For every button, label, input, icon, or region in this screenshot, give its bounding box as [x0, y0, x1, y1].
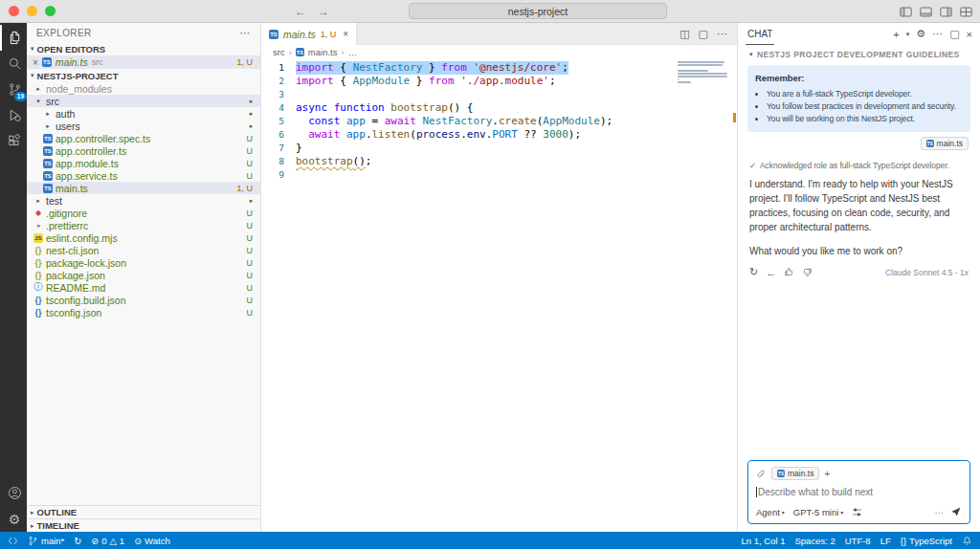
workbench: 19 ⚙ EXPLORER ⋯ ▾ OPEN EDITORS × TS main…: [0, 23, 980, 532]
breadcrumb-symbol[interactable]: …: [348, 47, 358, 57]
split-editor-icon[interactable]: ◫: [679, 28, 689, 40]
tree-item-package.json[interactable]: {}package.jsonU: [27, 269, 260, 281]
tree-item-app.service.ts[interactable]: TSapp.service.tsU: [27, 169, 260, 182]
close-tab-icon[interactable]: ×: [343, 29, 348, 39]
tree-item-tsconfig.build.json[interactable]: {}tsconfig.build.jsonU: [27, 294, 260, 306]
toggle-sidebar-icon[interactable]: [900, 7, 912, 17]
tree-item-.gitignore[interactable]: ◆.gitignoreU: [27, 207, 260, 219]
tree-item-README.md[interactable]: ⓘREADME.mdU: [27, 281, 260, 294]
tree-item-app.controller.ts[interactable]: TSapp.controller.tsU: [27, 144, 260, 157]
close-panel-icon[interactable]: ×: [967, 29, 972, 40]
settings-gear-icon[interactable]: ⚙: [0, 506, 27, 532]
explorer-more-icon[interactable]: ⋯: [240, 27, 251, 39]
toggle-secondary-sidebar-icon[interactable]: [940, 7, 952, 17]
tree-item-node_modules[interactable]: ▸node_modules: [27, 82, 260, 95]
extensions-icon[interactable]: [0, 128, 27, 154]
chevron-down-icon[interactable]: ▾: [906, 31, 910, 38]
encoding-status[interactable]: UTF-8: [845, 536, 871, 546]
tree-item-tsconfig.json[interactable]: {}tsconfig.jsonU: [27, 306, 260, 318]
tree-item-test[interactable]: ▸test●: [27, 194, 260, 207]
tree-item-auth[interactable]: ▸auth●: [27, 107, 260, 120]
chat-input-box[interactable]: TS main.ts + Describe what to build next…: [747, 460, 970, 524]
guidelines-header[interactable]: ▾ NESTJS PROJECT DEVELOPMENT GUIDELINES: [738, 45, 980, 61]
undo-icon[interactable]: ←: [766, 267, 776, 278]
language-mode[interactable]: {} TypeScript: [901, 536, 952, 546]
code-line-8[interactable]: 8bootstrap();: [261, 155, 737, 168]
send-icon[interactable]: [950, 506, 962, 517]
tab-main-ts[interactable]: TS main.ts 1, U ×: [261, 23, 357, 45]
new-chat-icon[interactable]: +: [893, 29, 899, 40]
search-icon[interactable]: [0, 51, 27, 77]
accounts-icon[interactable]: [0, 480, 27, 506]
minimize-window-button[interactable]: [27, 6, 37, 16]
project-section-header[interactable]: ▾ NESTJS-PROJECT: [27, 69, 260, 82]
code-line-6[interactable]: 6 await app.listen(process.env.PORT ?? 3…: [261, 128, 737, 142]
tree-item-eslint.config.mjs[interactable]: JSeslint.config.mjsU: [27, 231, 260, 244]
tree-item-users[interactable]: ▸users●: [27, 120, 260, 132]
thumbs-down-icon[interactable]: [802, 267, 813, 277]
watch-task-status[interactable]: ⊙ Watch: [134, 536, 170, 546]
code-line-9[interactable]: 9: [261, 168, 737, 182]
code-line-5[interactable]: 5 const app = await NestFactory.create(A…: [261, 115, 737, 128]
add-context-icon[interactable]: +: [824, 469, 830, 479]
eol-status[interactable]: LF: [880, 536, 891, 546]
open-editors-header[interactable]: ▾ OPEN EDITORS: [27, 42, 260, 55]
chat-input[interactable]: Describe what to build next: [756, 487, 962, 497]
code-editor[interactable]: 1import { NestFactory } from '@nestjs/co…: [261, 59, 737, 532]
file-chip[interactable]: TS main.ts: [921, 137, 969, 150]
more-icon[interactable]: ⋯: [935, 507, 945, 517]
outline-section-header[interactable]: ▸ OUTLINE: [27, 505, 260, 518]
code-line-7[interactable]: 7}: [261, 142, 737, 155]
breadcrumb-file[interactable]: main.ts: [308, 47, 338, 57]
close-icon[interactable]: ×: [33, 57, 38, 68]
paperclip-icon[interactable]: [756, 469, 767, 479]
tab-chat[interactable]: CHAT: [746, 23, 774, 45]
remote-indicator[interactable]: [8, 536, 18, 546]
source-control-icon[interactable]: 19: [0, 77, 27, 102]
open-editor-main-ts[interactable]: × TS main.ts src 1, U: [27, 55, 260, 69]
explorer-icon[interactable]: [0, 25, 27, 51]
back-icon[interactable]: ←: [295, 0, 306, 23]
problems-status[interactable]: ⊘ 0 △ 1: [91, 536, 124, 546]
notifications-bell-icon[interactable]: [962, 536, 972, 546]
close-window-button[interactable]: [9, 6, 19, 16]
more-actions-icon[interactable]: ⋯: [717, 28, 727, 40]
code-line-3[interactable]: 3: [261, 88, 737, 101]
tree-item-nest-cli.json[interactable]: {}nest-cli.jsonU: [27, 244, 260, 256]
file-icon: {}: [33, 296, 44, 305]
run-debug-icon[interactable]: [0, 102, 27, 128]
git-branch-status[interactable]: main*: [28, 536, 64, 546]
tree-item-package-lock.json[interactable]: {}package-lock.jsonU: [27, 256, 260, 269]
indentation-status[interactable]: Spaces: 2: [794, 536, 835, 546]
customize-layout-icon[interactable]: [960, 7, 972, 17]
forward-icon[interactable]: →: [318, 0, 329, 23]
configure-chat-icon[interactable]: ⚙: [916, 28, 925, 40]
code-line-1[interactable]: 1import { NestFactory } from '@nestjs/co…: [261, 61, 737, 75]
code-line-4[interactable]: 4async function bootstrap() {: [261, 101, 737, 115]
tree-item-.prettierrc[interactable]: ●.prettierrcU: [27, 219, 260, 231]
sync-button[interactable]: ↻: [74, 536, 81, 546]
search-text: nestjs-project: [508, 6, 568, 17]
editor-layout-icon[interactable]: ▢: [699, 28, 708, 40]
more-actions-icon[interactable]: ⋯: [932, 28, 943, 40]
tree-item-app.controller.spec.ts[interactable]: TSapp.controller.spec.tsU: [27, 132, 260, 144]
thumbs-up-icon[interactable]: [784, 267, 794, 277]
minimap[interactable]: [678, 61, 729, 87]
toggle-panel-icon[interactable]: [920, 7, 932, 17]
timeline-section-header[interactable]: ▸ TIMELINE: [27, 518, 260, 532]
context-file-chip[interactable]: TS main.ts: [771, 467, 819, 480]
zoom-window-button[interactable]: [45, 6, 56, 16]
code-area[interactable]: 1import { NestFactory } from '@nestjs/co…: [261, 59, 737, 182]
cursor-position[interactable]: Ln 1, Col 1: [742, 536, 786, 546]
tools-icon[interactable]: [852, 507, 862, 517]
tree-item-src[interactable]: ▾src●: [27, 95, 260, 107]
code-line-2[interactable]: 2import { AppModule } from './app.module…: [261, 75, 737, 88]
regenerate-icon[interactable]: ↻: [749, 266, 758, 278]
tree-item-main.ts[interactable]: TSmain.ts1, U: [27, 182, 260, 194]
mode-picker[interactable]: Agent ▾: [756, 507, 785, 517]
command-center-search[interactable]: nestjs-project: [409, 3, 667, 19]
breadcrumb-folder[interactable]: src: [273, 47, 285, 57]
open-chat-in-editor-icon[interactable]: ▢: [949, 28, 959, 40]
tree-item-app.module.ts[interactable]: TSapp.module.tsU: [27, 157, 260, 169]
model-picker[interactable]: GPT-5 mini ▾: [793, 507, 844, 517]
